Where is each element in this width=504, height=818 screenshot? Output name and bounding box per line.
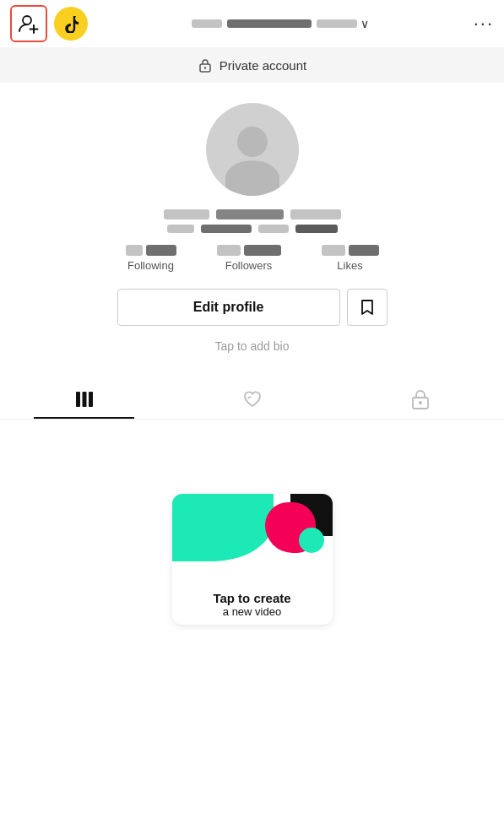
bio-placeholder[interactable]: Tap to add bio [215,339,290,353]
blob-teal [172,494,274,561]
followers-label: Followers [225,259,273,272]
svg-point-9 [419,401,422,404]
username-bar[interactable]: ∨ [192,17,369,30]
svg-point-0 [23,16,31,24]
add-user-button[interactable] [10,5,47,42]
header-left [10,5,88,42]
chevron-down-icon: ∨ [360,17,369,30]
tiktok-icon [62,14,80,33]
grid-icon [73,388,95,410]
create-video-card[interactable]: Tap to create a new video [172,494,333,625]
card-sub-text: a new video [179,605,326,618]
following-stat[interactable]: Following [106,245,197,272]
tab-private[interactable] [336,380,504,419]
action-buttons: Edit profile [117,289,387,326]
svg-point-4 [204,67,206,68]
private-account-label: Private account [219,58,306,73]
more-options-button[interactable]: ··· [474,13,494,35]
following-label: Following [127,259,174,272]
tab-liked[interactable] [168,380,336,419]
bookmark-icon [358,298,377,317]
card-main-text: Tap to create [179,591,326,605]
private-lock-icon [410,388,431,410]
username-display [17,209,487,233]
card-text: Tap to create a new video [172,584,333,625]
username-blocks [192,19,357,28]
likes-label: Likes [337,259,362,272]
header: ∨ ··· [0,0,504,47]
tiktok-logo[interactable] [54,7,88,41]
edit-profile-button[interactable]: Edit profile [117,289,340,326]
profile-section: Following Followers Likes Edit profile T… [0,83,504,380]
blob-teal2 [299,528,324,553]
svg-rect-5 [76,392,80,407]
followers-stat[interactable]: Followers [197,245,301,272]
svg-rect-6 [82,392,86,407]
stats-row: Following Followers Likes [17,245,487,272]
private-account-banner: Private account [0,47,504,83]
likes-stat[interactable]: Likes [301,245,399,272]
content-area: Tap to create a new video [0,420,504,698]
avatar-silhouette [225,127,279,196]
svg-rect-7 [89,392,93,407]
tabs-row [0,380,504,420]
lock-icon [198,57,213,73]
avatar [206,103,299,196]
tab-videos[interactable] [0,380,168,419]
bookmark-button[interactable] [347,289,387,326]
add-user-icon [18,13,40,35]
liked-icon [241,388,263,410]
